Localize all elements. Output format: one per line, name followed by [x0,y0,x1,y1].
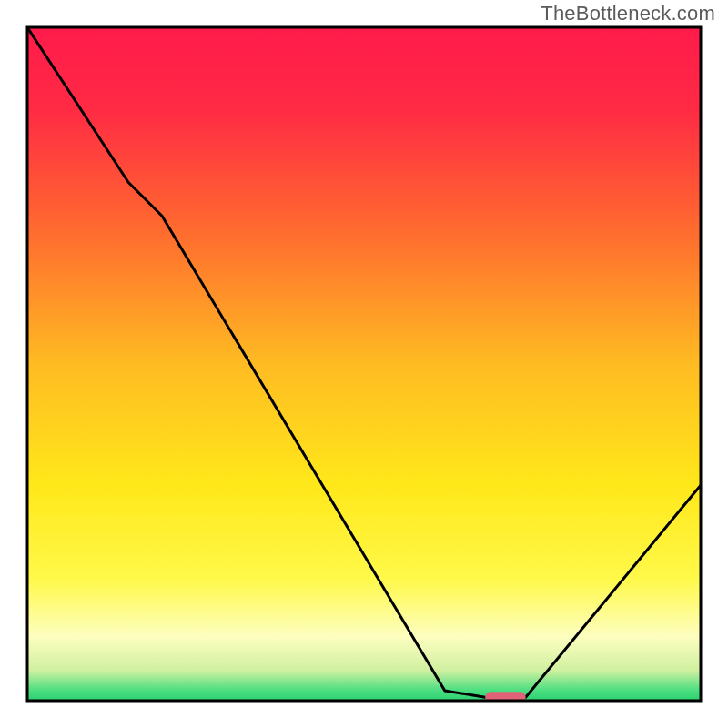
gradient-background [27,27,701,701]
chart-container: TheBottleneck.com [0,0,728,728]
plot-area [27,27,701,703]
bottleneck-chart [0,0,728,728]
watermark-text: TheBottleneck.com [541,2,715,25]
